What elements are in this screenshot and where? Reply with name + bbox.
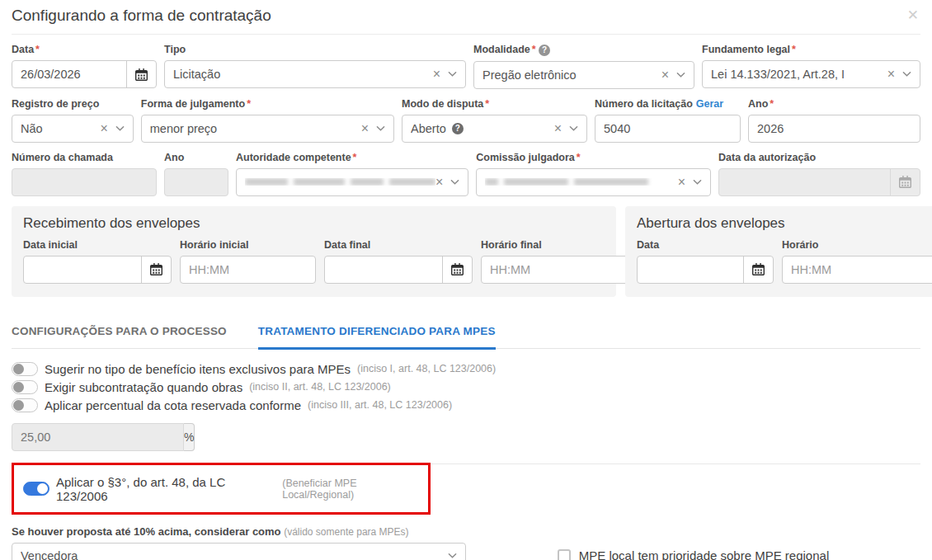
- toggle-note: (inciso I, art. 48, LC 123/2006): [357, 363, 496, 374]
- clear-icon[interactable]: ×: [887, 68, 895, 81]
- clear-icon[interactable]: ×: [100, 122, 107, 135]
- checkbox[interactable]: [558, 549, 571, 560]
- ano-licitacao-control: [748, 115, 920, 143]
- cota-reservada-group: %: [12, 423, 167, 451]
- chevron-down-icon[interactable]: [376, 125, 385, 132]
- help-icon[interactable]: ?: [539, 45, 550, 56]
- field-horario-inicial: Horário inicial: [180, 239, 316, 284]
- toggle-label: Exigir subcontratação quando obras: [45, 380, 242, 394]
- tab-configuracoes-processo[interactable]: CONFIGURAÇÕES PARA O PROCESSO: [12, 317, 227, 350]
- clear-icon[interactable]: ×: [554, 122, 562, 135]
- close-icon[interactable]: ✕: [906, 7, 920, 25]
- chevron-down-icon[interactable]: [693, 179, 702, 186]
- label-text: Autoridade competente: [236, 152, 351, 163]
- abertura-data-control: [637, 256, 774, 284]
- form-row-2: Registro de preço Não × Forma de julgame…: [12, 98, 920, 143]
- data-autorizacao-input: [719, 176, 890, 189]
- label-text: Ano: [748, 98, 768, 110]
- field-label: Número da chamada: [12, 152, 157, 163]
- field-label: Fundamento legal*: [702, 44, 920, 55]
- numero-licitacao-input[interactable]: [595, 122, 740, 135]
- toggle-row-beneficio-local: Aplicar o §3°, do art. 48, da LC 123/200…: [23, 475, 428, 503]
- field-label: Horário: [782, 239, 932, 251]
- toggle-switch[interactable]: [12, 398, 38, 412]
- toggle-switch[interactable]: [23, 482, 49, 496]
- label-text: Forma de julgamento: [141, 98, 245, 110]
- label-text: Se houver proposta até 10% acima, consid…: [12, 525, 281, 538]
- clear-icon[interactable]: ×: [433, 68, 440, 81]
- ano-licitacao-input[interactable]: [749, 122, 920, 135]
- calendar-icon[interactable]: [743, 256, 773, 283]
- calendar-icon[interactable]: [126, 61, 156, 87]
- proposta-acima-select[interactable]: Vencedora: [12, 543, 466, 560]
- label-text: Horário: [782, 239, 818, 251]
- toggle-switch[interactable]: [12, 380, 38, 394]
- chevron-down-icon[interactable]: [448, 71, 457, 78]
- label-text: Horário inicial: [180, 239, 248, 251]
- label-text: Número da licitação: [595, 98, 693, 110]
- modo-disputa-select[interactable]: Aberto? ×: [402, 115, 587, 143]
- toggle-switch[interactable]: [12, 362, 38, 376]
- label-text: Registro de preço: [12, 98, 99, 110]
- modal-title: Configurando a forma de contratação: [12, 7, 271, 25]
- chevron-down-icon[interactable]: [569, 125, 578, 132]
- data-inicial-control: [23, 256, 172, 284]
- modal-header: Configurando a forma de contratação ✕: [12, 0, 920, 35]
- label-text: Data: [637, 239, 659, 251]
- form-row-1: Data* Tipo Licitação × Modalidade* ? Pre…: [12, 44, 920, 89]
- forma-julgamento-select[interactable]: menor preço ×: [141, 115, 394, 143]
- select-value: Não: [21, 122, 100, 135]
- chevron-down-icon[interactable]: [676, 72, 685, 78]
- data-autorizacao-control: [718, 168, 920, 196]
- select-icons: ×: [554, 122, 578, 135]
- field-modo-disputa: Modo de disputa* Aberto? ×: [402, 98, 587, 143]
- field-label: Autoridade competente*: [236, 152, 468, 163]
- mpe-prioridade-checkbox-row[interactable]: MPE local tem prioridade sobre MPE regio…: [558, 548, 829, 560]
- required-asterisk: *: [792, 44, 796, 55]
- label-text: Modalidade: [473, 44, 530, 55]
- required-asterisk: *: [532, 44, 536, 55]
- data-inicial-input[interactable]: [24, 263, 141, 276]
- calendar-icon[interactable]: [141, 256, 171, 283]
- date-input[interactable]: [12, 68, 126, 81]
- chevron-down-icon[interactable]: [115, 125, 125, 132]
- chevron-down-icon[interactable]: [902, 71, 911, 78]
- autoridade-competente-select[interactable]: ×: [236, 168, 468, 196]
- tab-tratamento-mpes[interactable]: TRATAMENTO DIFERENCIADO PARA MPES: [258, 317, 496, 350]
- field-label: Forma de julgamento*: [141, 98, 394, 110]
- gerar-link[interactable]: Gerar: [696, 98, 723, 110]
- horario-inicial-input[interactable]: [181, 263, 315, 276]
- chevron-down-icon[interactable]: [450, 179, 459, 186]
- abertura-envelopes-panel: Abertura dos envelopes Data Horário: [625, 206, 932, 297]
- chevron-down-icon[interactable]: [448, 553, 457, 559]
- clear-icon[interactable]: ×: [361, 122, 369, 135]
- help-icon[interactable]: ?: [452, 123, 464, 134]
- tipo-select[interactable]: Licitação ×: [164, 60, 466, 88]
- clear-icon[interactable]: ×: [678, 176, 685, 189]
- abertura-data-input[interactable]: [638, 263, 743, 276]
- fundamento-legal-select[interactable]: Lei 14.133/2021, Art.28, I ×: [702, 60, 920, 88]
- select-value: Pregão eletrônico: [482, 68, 661, 82]
- select-value-text: Aberto: [411, 122, 446, 135]
- abertura-horario-input[interactable]: [783, 263, 932, 276]
- field-data-final: Data final: [324, 239, 473, 284]
- data-final-input[interactable]: [325, 263, 442, 276]
- label-note: (válido somente para MPEs): [284, 526, 408, 538]
- comissao-julgadora-select[interactable]: ×: [476, 168, 711, 196]
- panel-fields: Data inicial Horário inicial Data final: [23, 239, 605, 284]
- select-value: Licitação: [173, 68, 433, 81]
- toggle-knob: [37, 483, 48, 494]
- required-asterisk: *: [485, 98, 489, 110]
- field-abertura-data: Data: [637, 239, 774, 284]
- calendar-icon[interactable]: [442, 256, 472, 283]
- registro-preco-select[interactable]: Não ×: [12, 115, 134, 143]
- field-label: Modalidade* ?: [473, 44, 694, 56]
- select-value: menor preço: [150, 122, 361, 135]
- mpe-toggle-list: Sugerir no tipo de benefício itens exclu…: [12, 362, 920, 412]
- numero-licitacao-control: [595, 115, 741, 143]
- field-forma-julgamento: Forma de julgamento* menor preço ×: [141, 98, 394, 143]
- modalidade-select[interactable]: Pregão eletrônico ×: [473, 61, 694, 89]
- clear-icon[interactable]: ×: [435, 176, 443, 189]
- clear-icon[interactable]: ×: [661, 68, 669, 82]
- select-icons: ×: [100, 122, 124, 135]
